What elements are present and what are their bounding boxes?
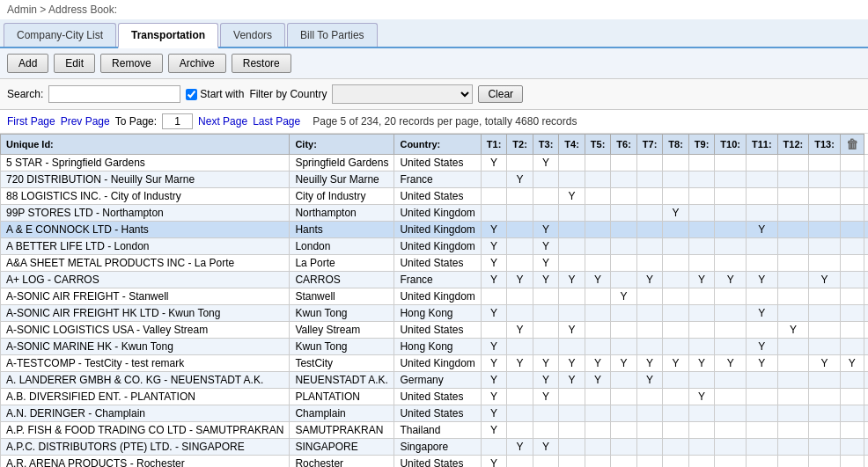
cell-t14	[840, 171, 864, 188]
last-page-link[interactable]: Last Page	[253, 115, 300, 128]
edit-button[interactable]: Edit	[54, 54, 95, 73]
table-row[interactable]: A.N. DERINGER - ChamplainChamplainUnited…	[1, 405, 869, 422]
cell-t5	[585, 305, 611, 322]
clear-button[interactable]: Clear	[478, 85, 523, 103]
cell-t4: Y	[559, 322, 585, 339]
cell-t1	[481, 322, 507, 339]
restore-button[interactable]: Restore	[232, 54, 291, 73]
filter-country-select[interactable]	[332, 84, 473, 104]
th-t3: T3:	[533, 135, 559, 155]
cell-country: France	[394, 272, 481, 288]
cell-t4	[559, 439, 585, 456]
cell-t6	[611, 439, 637, 456]
cell-t8	[663, 238, 689, 255]
cell-city: SINGAPORE	[290, 439, 394, 456]
cell-t9	[688, 405, 715, 422]
table-row[interactable]: A-SONIC LOGISTICS USA - Valley StreamVal…	[1, 322, 869, 339]
table-row[interactable]: 720 DISTRIBUTION - Neuilly Sur MarneNeui…	[1, 171, 869, 188]
cell-unique-id: A BETTER LIFE LTD - London	[1, 238, 290, 255]
table-row[interactable]: A.P.C. DISTRIBUTORS (PTE) LTD. - SINGAPO…	[1, 439, 869, 456]
cell-unique-id: A.R. ARENA PRODUCTS - Rochester	[1, 456, 290, 468]
cell-country: United States	[394, 188, 481, 205]
cell-t12	[777, 339, 809, 355]
cell-t6	[611, 255, 637, 272]
cell-t8	[663, 389, 689, 405]
cell-t1: Y	[481, 422, 507, 439]
table-row[interactable]: A-SONIC AIR FREIGHT HK LTD - Kwun TongKw…	[1, 305, 869, 322]
cell-t3: Y	[533, 272, 559, 288]
tab-transportation[interactable]: Transportation	[118, 23, 218, 48]
cell-t3	[533, 188, 559, 205]
cell-t10	[715, 456, 747, 468]
cell-unique-id: 99P STORES LTD - Northampton	[1, 205, 290, 222]
cell-t15	[864, 456, 868, 468]
cell-t15	[864, 155, 868, 171]
tab-bill-to-parties[interactable]: Bill To Parties	[287, 23, 377, 47]
cell-t11	[746, 422, 777, 439]
cell-t5	[585, 205, 611, 222]
archive-button[interactable]: Archive	[168, 54, 226, 73]
tab-company-city-list[interactable]: Company-City List	[4, 23, 116, 47]
search-input[interactable]	[48, 85, 180, 103]
table-row[interactable]: A.P. FISH & FOOD TRADING CO LTD - SAMUTP…	[1, 422, 869, 439]
cell-t11	[746, 255, 777, 272]
cell-t5: Y	[585, 372, 611, 389]
cell-t3	[533, 171, 559, 188]
th-t12: T12:	[777, 135, 809, 155]
table-row[interactable]: A. LANDERER GMBH & CO. KG - NEUENSTADT A…	[1, 372, 869, 389]
cell-country: Hong Kong	[394, 339, 481, 355]
cell-t5	[585, 288, 611, 305]
cell-t8: Y	[663, 205, 689, 222]
table-row[interactable]: A & E CONNOCK LTD - HantsHantsUnited Kin…	[1, 222, 869, 238]
page-input[interactable]	[162, 113, 193, 129]
th-country: Country:	[394, 135, 481, 155]
th-t1: T1:	[481, 135, 507, 155]
page-info: Page 5 of 234, 20 records per page, tota…	[313, 115, 577, 128]
cell-t8	[663, 222, 689, 238]
table-row[interactable]: A BETTER LIFE LTD - LondonLondonUnited K…	[1, 238, 869, 255]
cell-city: Valley Stream	[290, 322, 394, 339]
table-row[interactable]: A-SONIC MARINE HK - Kwun TongKwun TongHo…	[1, 339, 869, 355]
prev-page-link[interactable]: Prev Page	[61, 115, 110, 128]
cell-t13: Y	[809, 272, 841, 288]
table-row[interactable]: A.B. DIVERSIFIED ENT. - PLANTATIONPLANTA…	[1, 389, 869, 405]
cell-t3	[533, 205, 559, 222]
cell-t10	[715, 222, 747, 238]
cell-t4	[559, 155, 585, 171]
cell-t5	[585, 155, 611, 171]
cell-t14	[840, 222, 864, 238]
next-page-link[interactable]: Next Page	[198, 115, 247, 128]
cell-t15	[864, 188, 868, 205]
cell-t9	[688, 339, 715, 355]
table-row[interactable]: A+ LOG - CARROSCARROSFranceYYYYYYYYYY	[1, 272, 869, 288]
cell-t6	[611, 238, 637, 255]
remove-button[interactable]: Remove	[100, 54, 163, 73]
cell-t14	[840, 272, 864, 288]
table-row[interactable]: 99P STORES LTD - NorthamptonNorthamptonU…	[1, 205, 869, 222]
cell-t14	[840, 305, 864, 322]
cell-t2	[507, 372, 533, 389]
add-button[interactable]: Add	[7, 54, 48, 73]
cell-t12	[777, 272, 809, 288]
cell-t8: Y	[663, 355, 689, 372]
table-row[interactable]: A-SONIC AIR FREIGHT - StanwellStanwellUn…	[1, 288, 869, 305]
table-row[interactable]: A-TESTCOMP - TestCity - test remarkTestC…	[1, 355, 869, 372]
tab-vendors[interactable]: Vendors	[220, 23, 285, 47]
table-row[interactable]: 5 STAR - Springfield GardensSpringfield …	[1, 155, 869, 171]
delete-all-icon[interactable]: 🗑	[846, 137, 858, 151]
cell-t4: Y	[559, 188, 585, 205]
table-row[interactable]: A&A SHEET METAL PRODUCTS INC - La PorteL…	[1, 255, 869, 272]
table-row[interactable]: A.R. ARENA PRODUCTS - RochesterRochester…	[1, 456, 869, 468]
cell-t1	[481, 205, 507, 222]
start-with-checkbox[interactable]	[186, 89, 197, 100]
cell-t7	[636, 155, 663, 171]
cell-t1: Y	[481, 389, 507, 405]
cell-t1: Y	[481, 272, 507, 288]
cell-t13	[809, 238, 841, 255]
cell-t3	[533, 322, 559, 339]
cell-t7: Y	[636, 355, 663, 372]
cell-t4	[559, 405, 585, 422]
cell-t2: Y	[507, 439, 533, 456]
table-row[interactable]: 88 LOGISTICS INC. - City of IndustryCity…	[1, 188, 869, 205]
first-page-link[interactable]: First Page	[7, 115, 55, 128]
